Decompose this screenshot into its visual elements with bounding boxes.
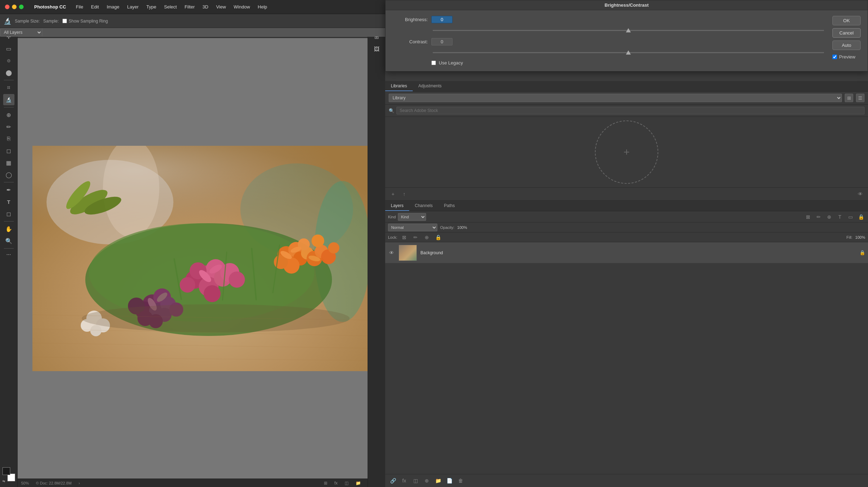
tool-healing[interactable]: ⊕ [3, 109, 14, 120]
lock-transparent-btn[interactable]: ⊠ [400, 233, 408, 242]
menu-select[interactable]: Select [160, 3, 180, 11]
layer-tool-3[interactable]: ⊕ [825, 213, 833, 221]
tab-paths[interactable]: Paths [438, 201, 461, 211]
tool-lasso[interactable]: ⌾ [3, 55, 14, 66]
add-mask-button[interactable]: ◫ [411, 476, 420, 485]
contrast-slider-container[interactable] [431, 50, 825, 55]
eye-library-button[interactable]: 👁 [856, 190, 864, 198]
contrast-input[interactable] [431, 38, 453, 45]
contrast-slider-track [433, 52, 824, 53]
color-swatches[interactable]: ⇆ [2, 467, 15, 481]
brightness-slider-container[interactable] [431, 27, 825, 33]
brightness-slider-row [393, 27, 825, 33]
tab-layers[interactable]: Layers [385, 201, 409, 211]
grid-view-button[interactable]: ⊞ [845, 94, 853, 102]
tool-extra[interactable]: ⋯ [6, 252, 11, 257]
add-fx-button[interactable]: fx [400, 476, 408, 485]
menu-type[interactable]: Type [143, 3, 160, 11]
app-name-menu[interactable]: Photoshop CC [31, 3, 69, 11]
tool-quick-select[interactable]: ⬤ [3, 67, 14, 78]
layer-tool-1[interactable]: ⊠ [804, 213, 812, 221]
swap-colors-icon[interactable]: ⇆ [2, 479, 5, 483]
tool-pen[interactable]: ✒ [3, 184, 14, 195]
add-link-button[interactable]: 🔗 [389, 476, 397, 485]
fill-value[interactable]: 100% [855, 235, 865, 239]
traffic-lights[interactable] [5, 5, 24, 9]
menu-file[interactable]: File [72, 3, 87, 11]
layer-tool-2[interactable]: ✏ [814, 213, 823, 221]
layer-tool-6[interactable]: 🔒 [857, 213, 865, 221]
use-legacy-checkbox[interactable] [431, 61, 436, 65]
upload-library-button[interactable]: ↑ [400, 190, 408, 198]
opacity-value[interactable]: 100% [457, 225, 467, 230]
eyedropper-tool-icon[interactable]: 🔬 [4, 17, 11, 25]
tool-gradient[interactable]: ▦ [3, 157, 14, 168]
add-library-button[interactable]: + [389, 190, 397, 198]
tab-adjustments[interactable]: Adjustments [413, 81, 447, 91]
menu-3d[interactable]: 3D [199, 3, 212, 11]
preview-checkbox[interactable] [832, 55, 837, 59]
cancel-button[interactable]: Cancel [832, 28, 861, 38]
lock-all-btn[interactable]: 🔒 [434, 233, 442, 242]
menu-help[interactable]: Help [254, 3, 271, 11]
list-view-button[interactable]: ☰ [856, 94, 864, 102]
layer-tool-5[interactable]: ▭ [846, 213, 855, 221]
auto-button[interactable]: Auto [832, 40, 861, 50]
status-bar: 50% © Doc: 22.8M/22.8M › ⊞ fx ◫ 📁 + 🗑 [18, 479, 385, 487]
tool-select-rect[interactable]: ▭ [3, 43, 14, 54]
nav-icon-2[interactable]: fx [334, 481, 338, 486]
tool-dodge[interactable]: ◯ [3, 169, 14, 180]
close-button[interactable] [5, 5, 10, 9]
lock-image-btn[interactable]: ✏ [411, 233, 420, 242]
show-sampling-ring-checkbox[interactable] [62, 19, 67, 23]
menu-layer[interactable]: Layer [124, 3, 142, 11]
blend-mode-select[interactable]: Normal [388, 224, 437, 231]
menu-edit[interactable]: Edit [87, 3, 102, 11]
tool-type[interactable]: T [3, 196, 14, 207]
minimize-button[interactable] [12, 5, 17, 9]
nav-icon-4[interactable]: 📁 [356, 481, 361, 486]
next-arrow[interactable]: › [79, 481, 80, 485]
library-add-circle[interactable]: + [595, 120, 658, 184]
tool-brush[interactable]: ✏ [3, 121, 14, 132]
tab-channels[interactable]: Channels [409, 201, 438, 211]
menu-window[interactable]: Window [230, 3, 253, 11]
nav-icon-3[interactable]: ◫ [345, 481, 349, 486]
ok-button[interactable]: OK [832, 16, 861, 25]
rect-select-icon: ▭ [6, 45, 11, 52]
layer-tool-4[interactable]: T [836, 213, 844, 221]
sample-value-select[interactable]: All Layers [0, 28, 42, 37]
menu-filter[interactable]: Filter [181, 3, 198, 11]
adobe-stock-search[interactable] [396, 107, 864, 114]
kind-select[interactable]: Kind [398, 213, 426, 221]
lock-row: Lock: ⊠ ✏ ⊕ 🔒 Fill: 100% [385, 232, 868, 242]
panel-icon-2[interactable]: 🖼 [371, 44, 382, 55]
tool-eraser[interactable]: ◻ [3, 145, 14, 156]
menu-view[interactable]: View [213, 3, 229, 11]
new-layer-button[interactable]: 📄 [445, 476, 454, 485]
maximize-button[interactable] [19, 5, 24, 9]
delete-layer-button[interactable]: 🗑 [456, 476, 465, 485]
tool-crop[interactable]: ⌗ [3, 82, 14, 93]
tool-zoom[interactable]: 🔍 [3, 235, 14, 246]
tool-shape[interactable]: ◻ [3, 208, 14, 219]
menu-image[interactable]: Image [103, 3, 123, 11]
table-row[interactable]: 👁 Background 🔒 [385, 242, 868, 263]
brightness-input[interactable] [431, 16, 453, 23]
new-group-button[interactable]: 📁 [434, 476, 442, 485]
lock-position-btn[interactable]: ⊕ [423, 233, 431, 242]
contrast-slider-thumb[interactable] [626, 50, 631, 55]
tab-libraries[interactable]: Libraries [385, 81, 413, 91]
brightness-slider-thumb[interactable] [626, 28, 631, 32]
tool-hand[interactable]: ✋ [3, 223, 14, 235]
library-select[interactable]: Library [389, 94, 842, 102]
tool-eyedropper[interactable]: 🔬 [3, 94, 14, 105]
tool-clone[interactable]: ⎘ [3, 133, 14, 144]
nav-icon-1[interactable]: ⊞ [324, 481, 327, 486]
foreground-color-swatch[interactable] [2, 467, 10, 475]
new-adjustment-button[interactable]: ⊕ [423, 476, 431, 485]
layer-name[interactable]: Background [420, 250, 856, 255]
canvas-scroll[interactable] [18, 38, 385, 479]
library-empty-state: + [385, 117, 868, 187]
layer-visibility-toggle[interactable]: 👁 [388, 250, 395, 256]
